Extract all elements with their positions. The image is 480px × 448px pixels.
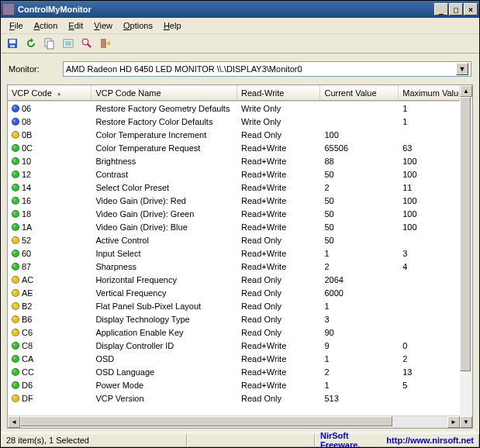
cell-max [399, 398, 460, 399]
exit-icon[interactable] [98, 36, 112, 50]
cell-code: C6 [22, 328, 33, 337]
status-bullet-icon [12, 355, 19, 363]
menu-options[interactable]: Options [118, 19, 158, 32]
table-row[interactable]: C8Display Controller IDRead+Write90 [8, 339, 460, 352]
table-row[interactable]: 06Restore Factory Geometry DefaultsWrite… [8, 102, 460, 115]
cell-current: 88 [321, 156, 399, 167]
table-row[interactable]: 0BColor Temperature IncrementRead Only10… [8, 128, 460, 141]
table-row[interactable]: 16Video Gain (Drive): RedRead+Write50100 [8, 194, 460, 207]
vertical-scrollbar[interactable]: ▲ ▼ [460, 85, 472, 428]
table-row[interactable]: DFVCP VersionRead Only513 [8, 391, 460, 405]
cell-max [399, 332, 460, 333]
menu-help[interactable]: Help [158, 19, 187, 32]
minimize-button[interactable]: _ [434, 3, 448, 16]
table-row[interactable]: CAOSDRead+Write12 [8, 352, 460, 365]
menu-action[interactable]: Action [29, 19, 64, 32]
window-title: ControlMyMonitor [18, 5, 434, 14]
table-row[interactable]: 14Select Color PresetRead+Write211 [8, 181, 460, 194]
cell-rw: Write Only [237, 103, 320, 114]
cell-code: AE [22, 288, 33, 298]
header-vcp-name[interactable]: VCP Code Name [92, 85, 237, 101]
find-icon[interactable] [80, 36, 94, 50]
table-row[interactable]: 12ContrastRead+Write50100 [8, 167, 460, 181]
header-vcp-code[interactable]: VCP Code [8, 85, 92, 101]
header-current-value[interactable]: Current Value [320, 85, 399, 101]
horizontal-scrollbar[interactable]: ◄ ► [8, 415, 460, 428]
table-row[interactable]: D6Power ModeRead+Write15 [8, 378, 460, 391]
column-headers: VCP Code VCP Code Name Read-Write Curren… [8, 85, 460, 102]
cell-name: Flat Panel Sub-Pixel Layout [92, 301, 237, 312]
footer-link[interactable]: NirSoft Freeware. http://www.nirsoft.net [315, 433, 479, 447]
scroll-down-icon[interactable]: ▼ [460, 416, 472, 428]
svg-point-9 [82, 39, 88, 45]
cell-code: 87 [22, 262, 31, 271]
status-bullet-icon [12, 118, 19, 126]
h-scroll-thumb[interactable] [20, 416, 392, 426]
titlebar[interactable]: ControlMyMonitor _ □ × [1, 1, 479, 18]
cell-max [399, 279, 460, 281]
refresh-icon[interactable] [24, 36, 38, 50]
cell-name: Color Temperature Increment [92, 129, 237, 140]
header-maximum-value[interactable]: Maximum Value [399, 85, 460, 101]
menu-view[interactable]: View [88, 19, 118, 32]
table-row[interactable]: 87SharpnessRead+Write24 [8, 260, 460, 273]
svg-rect-4 [47, 41, 54, 49]
status-bullet-icon [12, 302, 19, 310]
table-row[interactable]: ACHorizontal FrequencyRead Only2064 [8, 273, 460, 286]
table-row[interactable]: 52Active ControlRead Only50 [8, 233, 460, 246]
status-bullet-icon [12, 184, 19, 191]
cell-name: Display Technology Type [92, 314, 237, 325]
table-row[interactable]: C6Application Enable KeyRead Only90 [8, 326, 460, 339]
table-row[interactable]: B6Display Technology TypeRead Only3 [8, 312, 460, 326]
table-row[interactable]: 08Restore Factory Color DefaultsWrite On… [8, 115, 460, 128]
close-button[interactable]: × [464, 3, 478, 16]
table-row[interactable]: 0CColor Temperature RequestRead+Write655… [8, 141, 460, 154]
cell-rw: Read Only [237, 314, 320, 325]
v-scroll-thumb[interactable] [460, 97, 471, 371]
cell-rw: Read+Write [237, 195, 320, 206]
cell-rw: Read Only [237, 274, 320, 285]
cell-code: 12 [22, 170, 31, 179]
cell-current [321, 108, 399, 109]
table-row[interactable]: AEVertical FrequencyRead Only6000 [8, 286, 460, 299]
status-bullet-icon [12, 171, 19, 178]
table-row[interactable]: 10BrightnessRead+Write88100 [8, 154, 460, 167]
scroll-right-icon[interactable]: ► [447, 416, 460, 428]
cell-max: 100 [399, 208, 460, 219]
cell-current: 50 [321, 195, 399, 206]
save-icon[interactable] [5, 36, 19, 50]
scroll-left-icon[interactable]: ◄ [8, 416, 20, 428]
cell-max: 13 [399, 367, 460, 377]
properties-icon[interactable] [61, 36, 75, 50]
chevron-down-icon[interactable]: ▼ [456, 63, 468, 75]
header-read-write[interactable]: Read-Write [237, 85, 320, 101]
cell-name: Select Color Preset [92, 182, 237, 193]
table-row[interactable]: 18Video Gain (Drive): GreenRead+Write501… [8, 207, 460, 220]
cell-name: VCP Version [92, 393, 237, 404]
table-row[interactable]: 1AVideo Gain (Drive): BlueRead+Write5010… [8, 220, 460, 233]
copy-icon[interactable] [43, 36, 57, 50]
status-bullet-icon [12, 395, 19, 402]
table-row[interactable]: B2Flat Panel Sub-Pixel LayoutRead Only1 [8, 299, 460, 312]
cell-rw: Read+Write [237, 248, 320, 259]
cell-rw: Read Only [237, 327, 320, 338]
table-row[interactable]: CCOSD LanguageRead+Write213 [8, 365, 460, 378]
status-bullet-icon [12, 131, 19, 139]
menu-edit[interactable]: Edit [63, 19, 88, 32]
maximize-button[interactable]: □ [449, 3, 463, 16]
cell-current: 1 [321, 380, 399, 391]
cell-current: 9 [321, 340, 399, 351]
cell-current: 50 [321, 235, 399, 246]
cell-rw: Read+Write [237, 208, 320, 219]
menu-file[interactable]: File [4, 19, 29, 32]
scroll-up-icon[interactable]: ▲ [460, 85, 472, 97]
monitor-select[interactable]: AMD Radeon HD 6450 LED MONITOR \\.\DISPL… [63, 61, 471, 77]
status-bullet-icon [12, 381, 19, 389]
svg-rect-2 [10, 45, 15, 47]
table-row[interactable]: 60Input SelectRead+Write13 [8, 246, 460, 260]
cell-max: 0 [399, 340, 460, 351]
cell-code: CA [22, 354, 33, 364]
cell-max: 100 [399, 169, 460, 180]
cell-code: 0B [22, 130, 32, 140]
cell-max: 100 [399, 222, 460, 233]
